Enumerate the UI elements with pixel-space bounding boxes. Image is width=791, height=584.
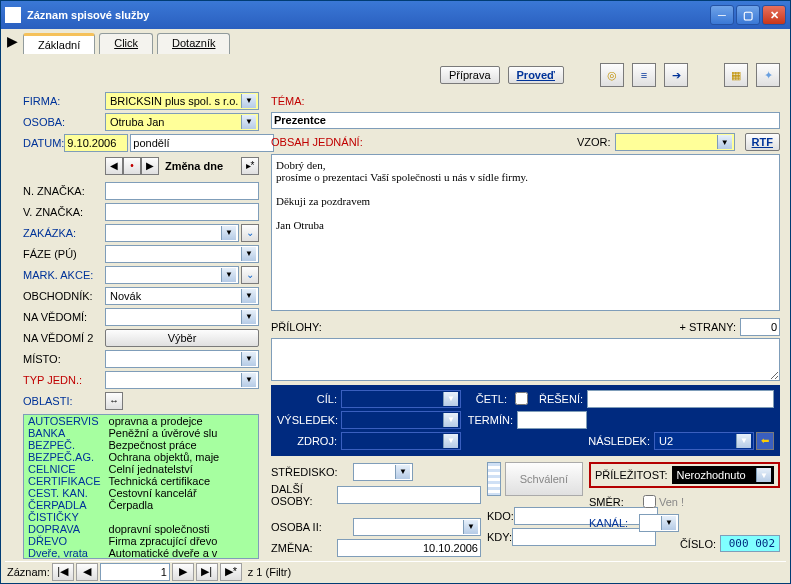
tool-icon-4[interactable]: ▦ [724,63,748,87]
termin-field[interactable] [517,411,587,429]
tab-click[interactable]: Click [99,33,153,54]
tema-field[interactable] [271,112,780,129]
area-row[interactable]: ČERPADLAČerpadla [24,499,258,511]
tool-icon-1[interactable]: ◎ [600,63,624,87]
nav-new-button[interactable]: ▶* [220,563,242,581]
rtf-button[interactable]: RTF [745,133,780,151]
faze-label: FÁZE (PÚ) [23,248,105,260]
mark-combo[interactable]: ▼ [105,266,239,284]
opportunity-frame: PŘÍLEŽITOST: Nerozhodnuto▼ [589,462,780,488]
osoba-label: OSOBA: [23,116,105,128]
smer-checkbox[interactable] [643,495,656,508]
area-row[interactable]: BEZPEČ.Bezpečnost práce [24,439,258,451]
next-day-button[interactable]: ▶ [141,157,159,175]
kanal-label: KANÁL: [589,517,639,529]
goto-button[interactable]: ▸* [241,157,259,175]
zmena-label: ZMĚNA: [271,542,337,554]
oblasti-expand-button[interactable]: ↔ [105,392,123,410]
execute-button[interactable]: Proveď [508,66,564,84]
cil-combo[interactable]: ▼ [341,390,461,408]
chevron-down-icon[interactable]: ▼ [443,413,458,427]
prev-day-button[interactable]: ◀ [105,157,123,175]
osoba2-combo[interactable]: ▼ [353,518,481,536]
chevron-down-icon[interactable]: ▼ [241,352,256,366]
reseni-field[interactable] [587,390,774,408]
areas-list[interactable]: AUTOSERVISopravna a prodejce BANKAPeněžn… [23,414,259,559]
mark-filter-icon[interactable]: ⌄ [241,266,259,284]
chevron-down-icon[interactable]: ▼ [241,115,256,129]
misto-combo[interactable]: ▼ [105,350,259,368]
stredisko-combo[interactable]: ▼ [353,463,413,481]
maximize-button[interactable]: ▢ [736,5,760,25]
chevron-down-icon[interactable]: ▼ [241,247,256,261]
chevron-down-icon[interactable]: ▼ [736,434,751,448]
chevron-down-icon[interactable]: ▼ [443,392,458,406]
vznacka-field[interactable] [105,203,259,221]
faze-combo[interactable]: ▼ [105,245,259,263]
close-button[interactable]: ✕ [762,5,786,25]
chevron-down-icon[interactable]: ▼ [241,310,256,324]
vzor-combo[interactable]: ▼ [615,133,735,151]
tool-icon-3[interactable]: ➔ [664,63,688,87]
cetl-checkbox[interactable] [515,392,528,405]
vyber-button[interactable]: Výběr [105,329,259,347]
navedomi-combo[interactable]: ▼ [105,308,259,326]
zdroj-combo[interactable]: ▼ [341,432,461,450]
typjedn-combo[interactable]: ▼ [105,371,259,389]
zakazka-filter-icon[interactable]: ⌄ [241,224,259,242]
area-row[interactable]: DOPRAVAdopravní společnosti [24,523,258,535]
obchodnik-combo[interactable]: Novák▼ [105,287,259,305]
chevron-down-icon[interactable]: ▼ [661,516,676,530]
record-pos-field[interactable] [100,563,170,581]
kanal-combo[interactable]: ▼ [639,514,679,532]
chevron-down-icon[interactable]: ▼ [717,135,732,149]
prepare-button[interactable]: Příprava [440,66,500,84]
chevron-down-icon[interactable]: ▼ [241,373,256,387]
obsah-textarea[interactable] [271,154,780,311]
today-button[interactable]: • [123,157,141,175]
area-row[interactable]: BANKAPeněžní a úvěrové slu [24,427,258,439]
tool-icon-5[interactable]: ✦ [756,63,780,87]
minimize-button[interactable]: ─ [710,5,734,25]
area-row[interactable]: ČISTIČKY [24,511,258,523]
zakazka-combo[interactable]: ▼ [105,224,239,242]
chevron-down-icon[interactable]: ▼ [756,468,771,482]
app-icon [5,7,21,23]
osoba-combo[interactable]: Otruba Jan▼ [105,113,259,131]
prilohy-textarea[interactable] [271,338,780,381]
area-row[interactable]: BEZPEČ.AG.Ochrana objektů, maje [24,451,258,463]
area-row[interactable]: DŘEVOFirma zpracující dřevo [24,535,258,547]
area-row[interactable]: AUTOSERVISopravna a prodejce [24,415,258,427]
vysledek-combo[interactable]: ▼ [341,411,461,429]
chevron-down-icon[interactable]: ▼ [241,94,256,108]
nav-first-button[interactable]: |◀ [52,563,74,581]
nasledek-go-icon[interactable]: ⬅ [756,432,774,450]
chevron-down-icon[interactable]: ▼ [241,289,256,303]
area-row[interactable]: CEST. KAN.Cestovní kancelář [24,487,258,499]
nasledek-combo[interactable]: U2▼ [654,432,754,450]
nav-last-button[interactable]: ▶| [196,563,218,581]
chevron-down-icon[interactable]: ▼ [221,268,236,282]
strany-field[interactable] [740,318,780,336]
chevron-down-icon[interactable]: ▼ [395,465,410,479]
dalsi-field[interactable] [337,486,481,504]
nav-prev-button[interactable]: ◀ [76,563,98,581]
zakazka-label: ZAKÁZKA: [23,227,105,239]
area-row[interactable]: Dveře, vrataAutomatické dveře a v [24,547,258,559]
nav-next-button[interactable]: ▶ [172,563,194,581]
area-row[interactable]: CERTIFIKACETechnická certifikace [24,475,258,487]
datum-field[interactable] [64,134,128,152]
tab-survey[interactable]: Dotazník [157,33,230,54]
area-row[interactable]: CELNICECelní jednatelství [24,463,258,475]
nznacka-field[interactable] [105,182,259,200]
schvaleni-button[interactable]: Schválení [505,462,583,496]
chevron-down-icon[interactable]: ▼ [443,434,458,448]
firma-combo[interactable]: BRICKSIN plus spol. s r.o.▼ [105,92,259,110]
chevron-down-icon[interactable]: ▼ [221,226,236,240]
notes-icon[interactable] [487,462,501,496]
zmena-dne-label: Změna dne [165,160,223,172]
tool-icon-2[interactable]: ≡ [632,63,656,87]
chevron-down-icon[interactable]: ▼ [463,520,478,534]
prilez-combo[interactable]: Nerozhodnuto▼ [672,466,774,484]
tab-basic[interactable]: Základní [23,33,95,54]
